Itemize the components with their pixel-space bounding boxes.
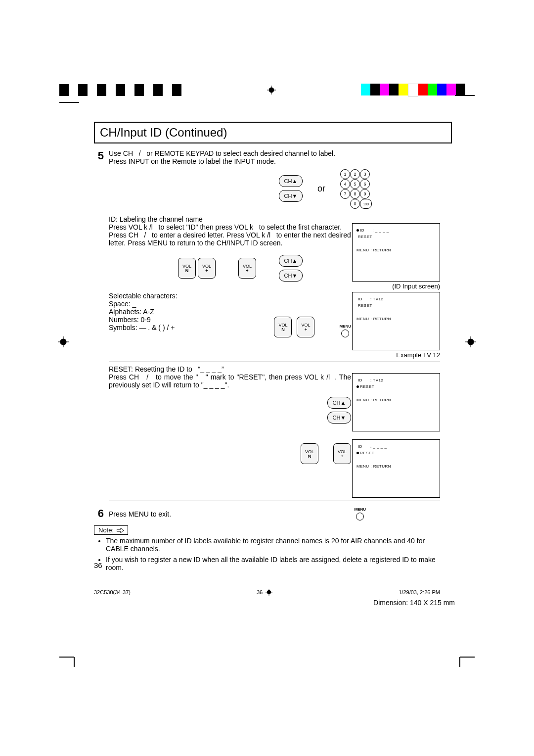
reset-screen-b: ID : _ _ _ _ RESET MENU : RETURN (352, 439, 440, 498)
keypad-6[interactable]: 6 (360, 179, 370, 189)
id-paragraph: Press VOL k /l to select "ID" then press… (109, 223, 351, 247)
keypad-0[interactable]: 0 (350, 199, 360, 209)
note-list: The maximum number of ID labels availabl… (106, 537, 440, 571)
vol-up-button[interactable]: VOL+ (238, 258, 256, 279)
ch-down-button[interactable]: CH▼ (279, 270, 303, 282)
note-label: Note: (94, 525, 128, 535)
id-heading: ID: Labeling the channel name (109, 215, 440, 223)
screen-caption: (ID Input screen) (392, 283, 440, 290)
section-title: CH/Input ID (Continued) (94, 122, 452, 143)
menu-button[interactable]: MENU (339, 324, 351, 337)
arrow-right-icon (117, 528, 124, 533)
reset-heading: RESET: Resetting the ID to “_ _ _ _” (109, 365, 440, 373)
vol-up-button[interactable]: VOL+ (333, 443, 351, 464)
dimension-label: Dimension: 140 X 215 mm (373, 599, 455, 607)
keypad-9[interactable]: 9 (360, 189, 370, 199)
divider (109, 212, 440, 212)
keypad-8[interactable]: 8 (350, 189, 360, 199)
step-6: 6 Press MENU to exit. MENU (94, 504, 440, 520)
keypad-3[interactable]: 3 (360, 169, 370, 179)
keypad-7[interactable]: 7 (340, 189, 350, 199)
registration-mark-icon (266, 589, 272, 596)
vol-down-button[interactable]: VOLN (274, 317, 292, 337)
reset-screen-a: ID : TV12 RESET MENU : RETURN (352, 373, 440, 431)
selectable-line: Alphabets: A-Z (109, 308, 269, 316)
ch-down-button[interactable]: CH▼ (279, 190, 303, 202)
cursor-dot-icon (356, 452, 359, 454)
page-number: 36 (94, 561, 102, 569)
ch-up-button[interactable]: CH▲ (327, 397, 351, 409)
vol-up-button[interactable]: VOL+ (198, 258, 216, 279)
ch-up-button[interactable]: CH▲ (279, 175, 303, 187)
footer-mid: 36 (257, 589, 263, 595)
id-example-screen: ID : TV12 RESET MENU : RETURN (352, 292, 440, 350)
footer-left: 32C530(34-37) (94, 589, 131, 595)
keypad-5[interactable]: 5 (350, 179, 360, 189)
keypad-4[interactable]: 4 (340, 179, 350, 189)
step-number: 5 (94, 149, 104, 504)
divider (109, 501, 440, 501)
keypad-1[interactable]: 1 (340, 169, 350, 179)
vol-down-button[interactable]: VOLN (178, 258, 196, 279)
screen-caption: Example TV 12 (396, 351, 440, 359)
registration-mark-icon (58, 336, 69, 349)
crop-mark (59, 102, 79, 103)
print-color-bar (59, 84, 475, 96)
selectable-line: Numbers: 0-9 (109, 316, 269, 324)
keypad-100[interactable]: 100 (360, 199, 372, 209)
cursor-dot-icon (356, 385, 359, 388)
note-item: The maximum number of ID labels availabl… (106, 537, 440, 553)
vol-up-button[interactable]: VOL+ (297, 317, 314, 337)
selectable-line: Space: _ (109, 300, 269, 308)
footer-right: 1/29/03, 2:26 PM (399, 589, 440, 595)
step-text: Press MENU to exit. (109, 510, 344, 518)
or-label: or (317, 184, 325, 194)
step-text: Press INPUT on the Remote to label the I… (109, 157, 440, 165)
step-number: 6 (94, 507, 104, 520)
ch-down-button[interactable]: CH▼ (327, 412, 351, 424)
vol-down-button[interactable]: VOLN (301, 443, 318, 464)
id-input-screen: ID : _ _ _ _ RESET MENU : RETURN (352, 223, 440, 282)
crop-mark (455, 95, 475, 96)
remote-keypad: 1 2 3 4 5 6 7 8 9 0 100 (340, 169, 369, 208)
menu-button[interactable]: MENU (354, 507, 366, 520)
reset-paragraph: Press CH / to move the " " mark to "RESE… (109, 373, 351, 389)
registration-mark-icon (267, 86, 276, 94)
cursor-dot-icon (356, 229, 359, 232)
registration-mark-icon (465, 336, 476, 349)
footer: 32C530(34-37) 36 1/29/03, 2:26 PM (94, 589, 440, 596)
step-text: Use CH / or REMOTE KEYPAD to select each… (109, 149, 440, 157)
crop-mark (455, 647, 475, 667)
ch-up-button[interactable]: CH▲ (279, 255, 303, 267)
step-5: 5 Use CH / or REMOTE KEYPAD to select ea… (94, 146, 440, 504)
selectable-line: Selectable characters: (109, 292, 269, 300)
keypad-2[interactable]: 2 (350, 169, 360, 179)
note-item: If you wish to register a new ID when al… (106, 556, 440, 571)
crop-mark (59, 647, 79, 667)
divider (109, 362, 440, 362)
selectable-line: Symbols: — . & ( ) / + (109, 324, 269, 331)
